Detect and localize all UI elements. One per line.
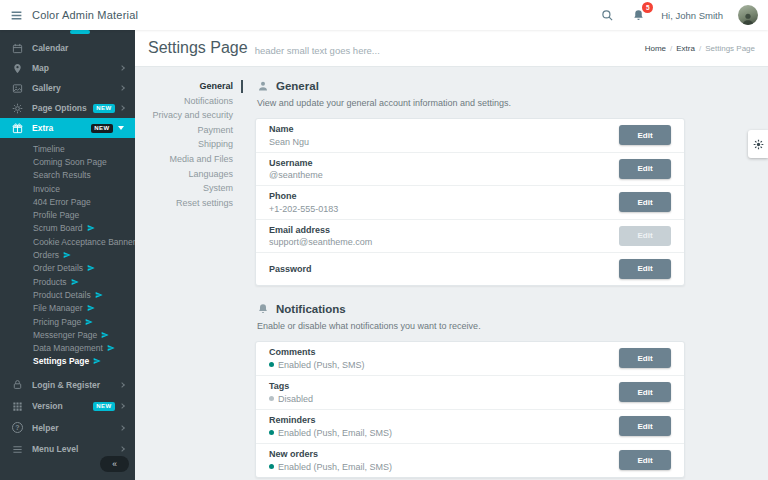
sidebar-subitem-orders[interactable]: Orders: [0, 248, 135, 261]
map-pin-icon: [12, 63, 23, 74]
status-text: Enabled (Push, Email, SMS): [278, 462, 392, 472]
user-greeting[interactable]: Hi, John Smith: [661, 10, 723, 21]
sidebar-subitem-settings-page[interactable]: Settings Page: [0, 355, 135, 368]
settings-main-column: General View and update your general acc…: [255, 79, 685, 480]
section-description: Enable or disable what notifications you…: [257, 321, 685, 331]
row-value: support@seantheme.com: [269, 237, 619, 247]
chevron-right-icon: [119, 65, 125, 71]
breadcrumb: Home / Extra / Settings Page: [645, 44, 755, 53]
row-text: Phone +1-202-555-0183: [269, 186, 619, 219]
sidebar-subitem-products[interactable]: Products: [0, 275, 135, 288]
settings-nav-general[interactable]: General: [145, 79, 233, 94]
calendar-icon: [12, 43, 23, 54]
settings-row-tags: Tags Disabled Edit: [256, 376, 684, 410]
edit-username-button[interactable]: Edit: [619, 159, 671, 179]
sidebar-item-gallery[interactable]: Gallery: [0, 78, 135, 98]
settings-nav-privacy-and-security[interactable]: Privacy and security: [145, 108, 233, 123]
settings-nav-shipping[interactable]: Shipping: [145, 137, 233, 152]
sidebar-subitem-messenger-page[interactable]: Messenger Page: [0, 328, 135, 341]
breadcrumb-home[interactable]: Home: [645, 44, 666, 53]
breadcrumb-extra[interactable]: Extra: [676, 44, 695, 53]
row-text: Comments Enabled (Push, SMS): [269, 342, 619, 375]
subitem-label: Scrum Board: [33, 223, 83, 233]
status-text: Enabled (Push, SMS): [278, 360, 365, 370]
chevron-right-icon: [119, 382, 125, 388]
brand-title: Color Admin Material: [32, 9, 138, 21]
settings-row-name: Name Sean Ngu Edit: [256, 119, 684, 153]
edit-new-orders-button[interactable]: Edit: [619, 450, 671, 470]
chevron-right-icon: [119, 105, 125, 111]
section-title: Notifications: [276, 303, 346, 315]
sidebar-item-label: Map: [32, 63, 120, 73]
sidebar-subitem-scrum-board[interactable]: Scrum Board: [0, 222, 135, 235]
sidebar-subitem-search-results[interactable]: Search Results: [0, 169, 135, 182]
sidebar-subitem-cookie-acceptance-banner[interactable]: Cookie Acceptance Banner: [0, 235, 135, 248]
page-title: Settings Page: [148, 39, 248, 57]
edit-phone-button[interactable]: Edit: [619, 192, 671, 212]
subitem-label: Invoice: [33, 184, 60, 194]
status: Enabled (Push, Email, SMS): [269, 428, 619, 438]
user-avatar[interactable]: [738, 5, 758, 25]
sidebar-subitem-order-details[interactable]: Order Details: [0, 262, 135, 275]
edit-tags-button[interactable]: Edit: [619, 382, 671, 402]
row-value: Sean Ngu: [269, 137, 619, 147]
row-text: Username @seantheme: [269, 153, 619, 186]
gallery-icon: [12, 83, 23, 94]
edit-email-button-disabled: Edit: [619, 226, 671, 246]
sidebar-subitem-invoice[interactable]: Invoice: [0, 182, 135, 195]
general-section-header: General: [257, 79, 685, 93]
sidebar-nav: Calendar Map Gallery Page Options NEW: [0, 30, 135, 460]
sidebar-subitem-file-manager[interactable]: File Manager: [0, 302, 135, 315]
menu-toggle-icon[interactable]: [0, 0, 32, 30]
edit-reminders-button[interactable]: Edit: [619, 416, 671, 436]
sidebar-item-calendar[interactable]: Calendar: [0, 38, 135, 58]
sidebar-subitem-pricing-page[interactable]: Pricing Page: [0, 315, 135, 328]
row-label: Name: [269, 124, 619, 134]
sidebar-item-label: Menu Level: [32, 444, 120, 454]
row-text: Reminders Enabled (Push, Email, SMS): [269, 410, 619, 443]
notifications-bell-icon[interactable]: 5: [630, 7, 646, 23]
gear-icon: [12, 103, 23, 114]
sidebar-subitem-profile-page[interactable]: Profile Page: [0, 208, 135, 221]
sidebar-item-extra[interactable]: Extra NEW: [0, 118, 135, 138]
row-label: Username: [269, 158, 619, 168]
row-label: Tags: [269, 381, 619, 391]
chevron-right-icon: [119, 425, 125, 431]
subitem-label: Profile Page: [33, 210, 79, 220]
chevron-right-icon: [119, 85, 125, 91]
sidebar-subitem-data-management[interactable]: Data Management: [0, 341, 135, 354]
general-card: Name Sean Ngu Edit Username @seantheme E…: [255, 118, 685, 286]
subitem-label: Products: [33, 277, 67, 287]
sidebar-subitem-404-error-page[interactable]: 404 Error Page: [0, 195, 135, 208]
sidebar-subitem-product-details[interactable]: Product Details: [0, 288, 135, 301]
settings-nav-media-and-files[interactable]: Media and Files: [145, 152, 233, 167]
paper-plane-icon: [101, 331, 109, 339]
settings-nav-languages[interactable]: Languages: [145, 167, 233, 182]
settings-nav-reset-settings[interactable]: Reset settings: [145, 196, 233, 211]
sidebar-item-map[interactable]: Map: [0, 58, 135, 78]
person-icon: [257, 80, 269, 92]
chevron-right-icon: [119, 403, 125, 409]
sidebar-item-version[interactable]: Version NEW: [0, 396, 135, 418]
search-icon[interactable]: [599, 7, 615, 23]
row-text: New orders Enabled (Push, Email, SMS): [269, 444, 619, 477]
edit-comments-button[interactable]: Edit: [619, 348, 671, 368]
sidebar-item-helper[interactable]: ? Helper: [0, 417, 135, 439]
subitem-label: Cookie Acceptance Banner: [33, 237, 135, 247]
sidebar-item-page-options[interactable]: Page Options NEW: [0, 98, 135, 118]
subitem-label: Pricing Page: [33, 317, 81, 327]
settings-nav-payment[interactable]: Payment: [145, 123, 233, 138]
settings-nav-notifications[interactable]: Notifications: [145, 94, 233, 109]
theme-panel-toggle[interactable]: [748, 130, 768, 158]
sidebar-item-label: Gallery: [32, 83, 120, 93]
sidebar-subitem-coming-soon-page[interactable]: Coming Soon Page: [0, 155, 135, 168]
edit-name-button[interactable]: Edit: [619, 125, 671, 145]
sidebar-collapse-button[interactable]: «: [100, 456, 129, 473]
sidebar-item-login-register[interactable]: Login & Register: [0, 374, 135, 396]
sidebar-subitem-timeline[interactable]: Timeline: [0, 142, 135, 155]
settings-nav-system[interactable]: System: [145, 181, 233, 196]
edit-password-button[interactable]: Edit: [619, 259, 671, 279]
subitem-label: Settings Page: [33, 356, 89, 366]
sidebar-item-label: Page Options: [32, 103, 88, 113]
notifications-section-header: Notifications: [257, 302, 685, 316]
